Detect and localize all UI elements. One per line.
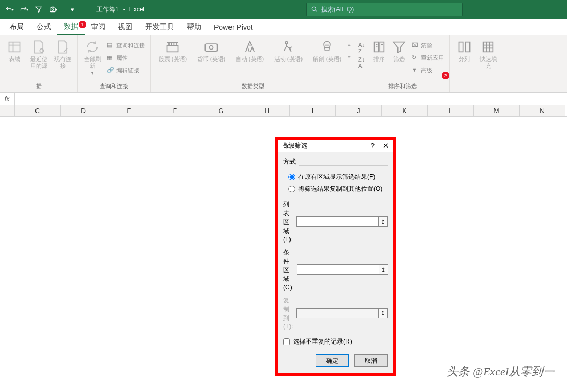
scroll-up-icon[interactable]: ▴ <box>348 42 351 47</box>
criteria-range-ref-button[interactable]: ↥ <box>379 264 388 275</box>
group-get-label: 据 <box>3 82 74 91</box>
dialog-titlebar: 高级筛选 ? ✕ <box>278 140 393 152</box>
radio-filter-inplace[interactable]: 在原有区域显示筛选结果(F) <box>283 171 388 183</box>
link-icon: 🔗 <box>107 67 114 74</box>
filter-icon[interactable] <box>32 3 45 16</box>
btn-anatomy[interactable]: 解剖 (英语) <box>308 38 346 65</box>
tab-data[interactable]: 数据 1 <box>57 19 85 35</box>
row-criteria-range: 条件区域(C): ↥ <box>283 248 388 291</box>
btn-advanced-filter[interactable]: ▼高级 2 <box>409 65 446 76</box>
btn-sort-desc[interactable]: Z↓A <box>358 56 369 67</box>
col-header[interactable]: N <box>520 105 565 116</box>
anatomy-icon <box>320 40 334 54</box>
help-button[interactable]: ? <box>371 142 375 150</box>
tab-review[interactable]: 审阅 <box>85 19 112 35</box>
col-header[interactable]: G <box>198 105 244 116</box>
advanced-filter-dialog: 高级筛选 ? ✕ 方式 在原有区域显示筛选结果(F) 将筛选结果复制到其他位置(… <box>275 137 396 376</box>
btn-recent-sources[interactable]: 最近使用的源 <box>27 38 50 71</box>
btn-auto[interactable]: 自动 (英语) <box>231 38 269 65</box>
svg-rect-5 <box>167 46 178 52</box>
fx-label[interactable]: fx <box>0 93 15 105</box>
col-header[interactable]: L <box>428 105 474 116</box>
close-button[interactable]: ✕ <box>383 142 389 150</box>
sort-icon <box>372 40 387 54</box>
group-types-label: 数据类型 <box>154 82 352 91</box>
btn-sort[interactable]: 排序 <box>370 38 389 65</box>
unique-records-check[interactable]: 选择不重复的记录(R) <box>283 337 388 346</box>
svg-rect-12 <box>465 42 469 52</box>
svg-rect-0 <box>50 8 56 12</box>
tab-view[interactable]: 视图 <box>112 19 139 35</box>
tab-formula[interactable]: 公式 <box>30 19 57 35</box>
formula-bar: fx <box>0 93 567 105</box>
radio-inplace-input[interactable] <box>288 174 295 180</box>
row-copy-to: 复制到(T): ↥ <box>283 296 388 330</box>
btn-queries-connections[interactable]: ▤查询和连接 <box>105 40 147 51</box>
btn-edit-links[interactable]: 🔗编辑链接 <box>105 65 147 76</box>
radio-copy-input[interactable] <box>288 186 295 192</box>
btn-reapply[interactable]: ↻重新应用 <box>409 52 446 64</box>
svg-rect-11 <box>459 42 463 52</box>
copy-to-ref-button[interactable]: ↥ <box>378 308 388 318</box>
col-header[interactable]: J <box>336 105 382 116</box>
criteria-range-input[interactable] <box>297 264 379 275</box>
col-header[interactable]: C <box>15 105 61 116</box>
tab-layout[interactable]: 布局 <box>3 19 30 35</box>
svg-point-8 <box>285 42 288 44</box>
btn-properties[interactable]: ▦属性 <box>105 52 147 64</box>
ok-button[interactable]: 确定 <box>316 354 349 367</box>
group-sort-label: 排序和筛选 <box>358 82 446 91</box>
ribbon: 表域 最近使用的源 现有连接 据 全部刷新 ▾ ▤查询和连接 ▦属性 🔗编辑链 <box>0 35 567 93</box>
unique-checkbox-input[interactable] <box>283 338 290 345</box>
scroll-down-icon[interactable]: ▾ <box>348 54 351 59</box>
dialog-footer: 确定 取消 <box>283 354 388 367</box>
properties-icon: ▦ <box>107 54 114 62</box>
btn-flash-fill[interactable]: 快速填充 <box>477 38 500 71</box>
qat-customize[interactable]: ▾ <box>66 3 79 16</box>
btn-clear-filter[interactable]: ⌧清除 <box>409 40 446 51</box>
formula-input[interactable] <box>15 93 567 105</box>
list-range-input[interactable] <box>296 216 379 227</box>
camera-icon[interactable]: ▾ <box>47 3 59 16</box>
group-get-data: 表域 最近使用的源 现有连接 据 <box>0 35 78 92</box>
svg-rect-13 <box>484 42 493 52</box>
group-conn-label: 查询和连接 <box>81 82 147 91</box>
radio-copy-to[interactable]: 将筛选结果复制到其他位置(O) <box>283 183 388 195</box>
tab-help[interactable]: 帮助 <box>180 19 208 35</box>
cancel-button[interactable]: 取消 <box>354 354 388 367</box>
btn-sort-asc[interactable]: A↓Z <box>358 42 369 52</box>
col-header[interactable]: E <box>106 105 152 116</box>
redo-button[interactable]: ▾ <box>18 3 30 16</box>
btn-text-to-columns[interactable]: 分列 <box>453 38 476 65</box>
list-range-ref-button[interactable]: ↥ <box>378 216 388 227</box>
copy-to-input <box>296 308 379 318</box>
col-header[interactable]: I <box>290 105 336 116</box>
app-name: Excel <box>129 6 144 13</box>
undo-button[interactable]: ▾ <box>3 3 16 16</box>
qat-separator <box>63 5 63 14</box>
btn-stocks[interactable]: 股票 (英语) <box>154 38 191 65</box>
dialog-title: 高级筛选 <box>282 141 307 150</box>
tab-powerpivot[interactable]: Power Pivot <box>208 20 259 34</box>
table-icon <box>7 40 22 54</box>
btn-currency[interactable]: 货币 (英语) <box>192 38 230 65</box>
col-header[interactable]: H <box>244 105 290 116</box>
auto-icon <box>243 40 257 54</box>
btn-from-table[interactable]: 表域 <box>3 38 26 65</box>
btn-activity[interactable]: 活动 (英语) <box>270 38 307 65</box>
group-data-tools: 分列 快速填充 <box>450 35 503 92</box>
col-header[interactable]: F <box>152 105 198 116</box>
btn-existing-conn[interactable]: 现有连接 <box>51 38 74 71</box>
col-header[interactable]: D <box>61 105 106 116</box>
search-box[interactable]: 搜索(Alt+Q) <box>306 3 463 16</box>
col-header[interactable]: M <box>474 105 520 116</box>
col-header[interactable]: K <box>382 105 428 116</box>
select-all-corner[interactable] <box>0 105 15 116</box>
btn-filter[interactable]: 筛选 <box>390 38 408 65</box>
workbook-name: 工作簿1 <box>96 5 119 14</box>
tab-developer[interactable]: 开发工具 <box>139 19 180 35</box>
btn-refresh-all[interactable]: 全部刷新 ▾ <box>81 38 104 78</box>
activity-icon <box>281 40 296 54</box>
svg-rect-10 <box>380 42 384 52</box>
split-icon <box>457 40 472 54</box>
